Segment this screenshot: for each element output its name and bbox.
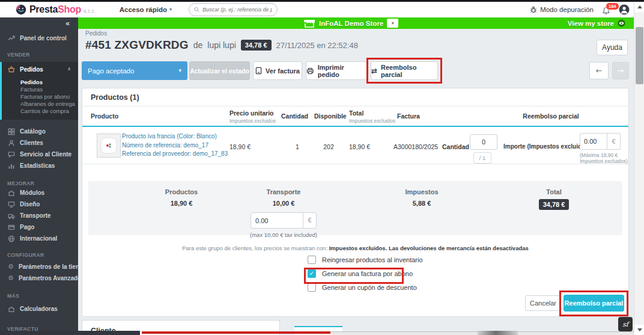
sidebar-subitem-albaranes[interactable]: Albaranes de entrega <box>2 100 78 108</box>
product-reference-link[interactable]: Número de referencia: demo_17 <box>122 141 228 150</box>
shipping-refund-input[interactable] <box>251 212 303 229</box>
currency-suffix: € <box>303 212 317 229</box>
gear-icon: ⚙ <box>8 263 14 270</box>
prestashop-admin-order-page: PrestaShop 8.2.2 Acceso rápido ▾ <box>0 0 644 335</box>
sidebar-subitem-pedidos[interactable]: Pedidos <box>2 79 78 86</box>
previous-order-button[interactable]: ← <box>589 62 609 79</box>
chat-icon <box>8 151 15 158</box>
bug-icon <box>530 6 537 13</box>
partial-refund-button[interactable]: ⇄ Reembolso parcial <box>371 61 438 80</box>
column-header-producto: Producto <box>91 112 118 120</box>
checkbox-credit-slip[interactable]: ✓ <box>308 269 316 278</box>
order-number: #451 ZXGVDKRDG <box>85 38 189 52</box>
order-total-badge: 34,78 € <box>241 40 272 51</box>
summary-shipping-label: Transporte <box>232 188 335 195</box>
sidebar-item-pago[interactable]: Pago <box>0 221 78 233</box>
basket-icon <box>8 66 15 73</box>
refund-quantity-max: / 1 <box>473 152 491 164</box>
printer-icon <box>306 67 314 75</box>
column-header-precio: Precio unitario <box>229 109 274 117</box>
search-input[interactable] <box>202 7 272 13</box>
option-restock: Reingresar productos al inventario <box>308 256 423 264</box>
sidebar-item-modulos[interactable]: Módulos <box>0 187 78 198</box>
debug-toolbar-segment <box>478 331 518 335</box>
print-order-button[interactable]: Imprimir pedido <box>306 61 367 80</box>
summary-total-badge: 34,78 € <box>539 199 570 210</box>
sidebar-item-servicio[interactable]: Servicio al Cliente <box>0 149 78 160</box>
sidebar-subitem-facturas[interactable]: Facturas <box>2 86 78 93</box>
user-menu-avatar[interactable] <box>619 4 630 15</box>
product-thumbnail[interactable] <box>97 134 121 158</box>
column-header-cantidad: Cantidad <box>281 112 308 120</box>
product-name-link[interactable]: Producto iva francia (Color: Blanco) <box>122 132 228 141</box>
checkbox-restock[interactable] <box>308 256 316 264</box>
sidebar-item-diseno[interactable]: Diseño <box>0 198 78 210</box>
scrollbar-thumb[interactable] <box>636 27 643 84</box>
product-links: Producto iva francia (Color: Blanco) Núm… <box>122 132 228 159</box>
next-order-button[interactable]: → <box>612 62 629 79</box>
page-title: #451 ZXGVDKRDG de lupi lupi 34,78 € 27/1… <box>85 38 358 52</box>
sidebar-section-configurar: CONFIGURAR <box>0 251 78 259</box>
column-header-reembolso: Reembolso parcial <box>497 112 605 120</box>
scrollbar[interactable] <box>634 2 644 335</box>
view-invoice-button[interactable]: Ver factura <box>253 61 302 80</box>
summary-shipping-value: 10,00 € <box>232 200 335 207</box>
debug-mode-toggle[interactable]: Modo depuración <box>530 6 594 13</box>
order-status-select[interactable]: Pago aceptado ▾ <box>82 61 187 80</box>
puzzle-icon <box>8 306 15 313</box>
store-selector[interactable]: InFoAL Demo Store ▾ <box>303 19 398 28</box>
sidebar-item-catalogo[interactable]: Catálogo <box>0 126 78 137</box>
sidebar-item-pedidos[interactable]: Pedidos ∧ <box>2 62 78 76</box>
sidebar-item-transporte[interactable]: Transporte <box>0 210 78 221</box>
column-header-total: Total <box>349 109 363 117</box>
customer-prefix: de <box>193 40 203 50</box>
sidebar-item-dashboard[interactable]: Panel de control <box>0 32 78 44</box>
cell-unit-price: 18,90 € <box>229 143 251 150</box>
store-name: InFoAL Demo Store <box>319 20 383 27</box>
quick-access-menu[interactable]: Acceso rápido ▾ <box>120 6 172 13</box>
refund-quantity-input[interactable] <box>470 134 497 150</box>
sidebar-subitem-carritos[interactable]: Carritos de compra <box>2 108 78 115</box>
sidebar-subitem-facturas-abono[interactable]: Facturas por abono <box>2 93 78 100</box>
products-table-header: Producto Precio unitarioImpuestos exclui… <box>82 107 628 127</box>
product-image <box>98 135 120 156</box>
scroll-down-button[interactable] <box>634 325 644 335</box>
store-dropdown[interactable]: ▾ <box>387 19 398 28</box>
cancel-button[interactable]: Cancelar <box>525 295 561 311</box>
scroll-up-button[interactable] <box>634 2 644 12</box>
checkbox-voucher[interactable] <box>308 283 316 292</box>
sidebar-item-estadisticas[interactable]: Estadísticas <box>0 160 78 171</box>
refund-amount-input[interactable] <box>580 133 607 150</box>
sidebar-item-internacional[interactable]: Internacional <box>0 233 78 244</box>
update-status-button[interactable]: Actualizar el estado <box>189 61 250 80</box>
help-button[interactable]: Ayuda <box>597 40 628 55</box>
credit-card-icon <box>8 224 15 231</box>
products-panel: Productos (1) Producto Precio unitarioIm… <box>82 88 629 317</box>
view-my-store-link[interactable]: View my store <box>568 19 625 27</box>
sidebar-collapse-button[interactable]: « <box>0 17 78 29</box>
summary-products-label: Productos <box>130 188 232 195</box>
sidebar-section-mejorar: MEJORAR <box>0 180 78 187</box>
sidebar-item-parametros-tienda[interactable]: ⚙ Parámetros de la tienda <box>0 261 78 272</box>
brand-presta: Presta <box>29 4 58 15</box>
sidebar-group-pedidos: Pedidos ∧ Pedidos Facturas Facturas por … <box>0 62 78 120</box>
chevron-up-icon: ∧ <box>67 67 71 72</box>
eye-icon <box>618 19 625 27</box>
cell-quantity: 1 <box>281 143 314 150</box>
symfony-profiler-badge[interactable]: sf <box>618 317 633 331</box>
sidebar-item-clientes[interactable]: Clientes <box>0 137 78 149</box>
summary-taxes-value: 5,88 € <box>371 200 473 207</box>
notifications-button[interactable]: 184 <box>602 5 610 15</box>
prestashop-logo[interactable]: PrestaShop 8.2.2 <box>16 4 94 15</box>
partial-refund-submit-button[interactable]: Reembolso parcial <box>564 295 624 312</box>
product-row: Producto iva francia (Color: Blanco) Núm… <box>82 128 628 164</box>
sidebar-item-parametros-avanzados[interactable]: ⚙ Parámetros Avanzados <box>0 272 78 284</box>
sidebar-item-calculadoras[interactable]: Calculadoras <box>0 303 78 315</box>
prestashop-logo-icon <box>16 4 26 15</box>
summary-products-value: 18,90 € <box>130 200 232 207</box>
breadcrumb[interactable]: Pedidos <box>85 30 107 37</box>
product-supplier-reference-link[interactable]: Referencia del proveedor: demo_17_83 <box>122 150 228 159</box>
cell-available: 202 <box>311 143 347 150</box>
option-voucher: Generar un cupón de descuento <box>308 283 423 292</box>
check-icon: ✓ <box>309 271 314 277</box>
